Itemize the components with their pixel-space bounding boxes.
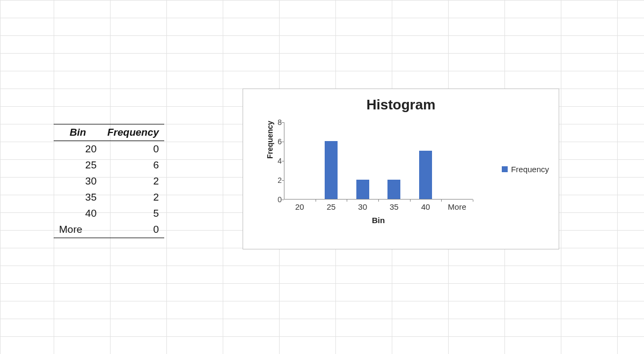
- y-tick-label: 6: [268, 137, 282, 146]
- cell-bin[interactable]: 30: [54, 173, 102, 189]
- table-row[interactable]: 352: [54, 189, 164, 205]
- cell-bin[interactable]: 20: [54, 141, 102, 158]
- y-tick-label: 0: [268, 195, 282, 204]
- x-tick-label: 20: [286, 202, 313, 211]
- table-row[interactable]: 405: [54, 205, 164, 222]
- frequency-table: Bin Frequency 200256302352405More0: [54, 124, 164, 238]
- legend-label: Frequency: [511, 165, 549, 174]
- legend: Frequency: [502, 89, 549, 249]
- cell-frequency[interactable]: 2: [102, 173, 164, 189]
- x-tick-label: 30: [349, 202, 376, 211]
- x-tick-label: 40: [412, 202, 439, 211]
- x-tick-label: More: [444, 202, 471, 211]
- table-row[interactable]: More0: [54, 222, 164, 238]
- bar[interactable]: [356, 180, 369, 199]
- cell-bin[interactable]: 25: [54, 157, 102, 173]
- bar[interactable]: [325, 141, 338, 199]
- y-tick-label: 2: [268, 176, 282, 185]
- legend-swatch: [502, 166, 508, 172]
- cell-frequency[interactable]: 0: [102, 222, 164, 238]
- cell-frequency[interactable]: 6: [102, 157, 164, 173]
- cell-frequency[interactable]: 5: [102, 205, 164, 222]
- bar[interactable]: [419, 151, 432, 199]
- cell-bin[interactable]: 35: [54, 189, 102, 205]
- table-header-freq[interactable]: Frequency: [102, 124, 164, 141]
- x-tick-label: 25: [318, 202, 345, 211]
- bar[interactable]: [387, 180, 400, 199]
- y-tick-label: 8: [268, 118, 282, 127]
- plot-area: 024682025303540More: [284, 122, 473, 200]
- spreadsheet[interactable]: Bin Frequency 200256302352405More0 Histo…: [0, 0, 644, 354]
- table-header-bin[interactable]: Bin: [54, 124, 102, 141]
- table-row[interactable]: 256: [54, 157, 164, 173]
- x-tick-label: 35: [380, 202, 407, 211]
- cell-bin[interactable]: 40: [54, 205, 102, 222]
- table-row[interactable]: 302: [54, 173, 164, 189]
- x-axis-label: Bin: [284, 216, 473, 225]
- histogram-chart[interactable]: Histogram Frequency Bin 024682025303540M…: [243, 88, 559, 249]
- cell-bin[interactable]: More: [54, 222, 102, 238]
- cell-frequency[interactable]: 2: [102, 189, 164, 205]
- y-axis: [284, 122, 284, 200]
- cell-frequency[interactable]: 0: [102, 141, 164, 158]
- y-tick-label: 4: [268, 157, 282, 165]
- table-row[interactable]: 200: [54, 141, 164, 158]
